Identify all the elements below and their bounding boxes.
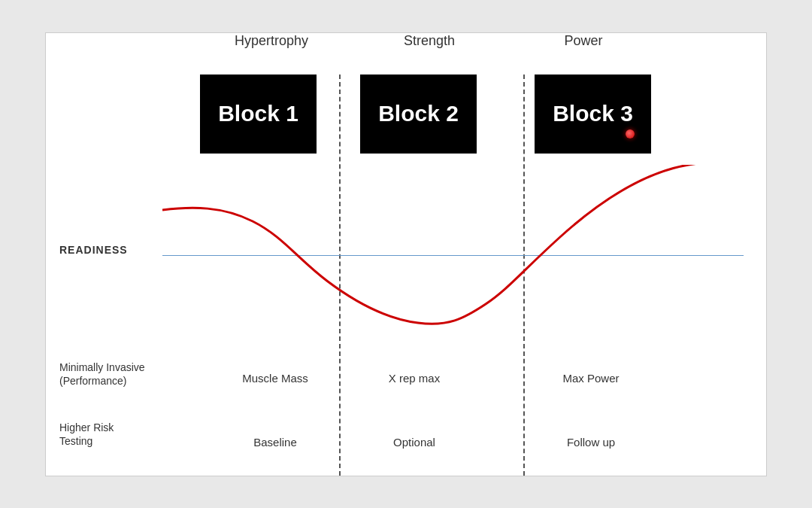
col-header-hypertrophy: Hypertrophy <box>204 33 339 49</box>
muscle-mass-cell: Muscle Mass <box>219 372 332 385</box>
higher-risk-label: Higher RiskTesting <box>59 421 165 448</box>
block3-label: Block 3 <box>553 101 633 126</box>
block1-image: Block 1 <box>200 75 317 154</box>
block3-image: Block 3 <box>535 75 651 154</box>
performance-curve-chart <box>162 165 749 353</box>
block1-label: Block 1 <box>218 101 298 126</box>
max-power-cell: Max Power <box>535 372 647 385</box>
block2-image: Block 2 <box>360 75 477 154</box>
col-header-strength: Strength <box>362 33 497 49</box>
minimally-invasive-label: Minimally Invasive(Performance) <box>59 360 165 388</box>
x-rep-max-cell: X rep max <box>358 372 471 385</box>
optional-cell: Optional <box>358 436 471 449</box>
red-dot-icon <box>626 129 635 138</box>
block2-label: Block 2 <box>378 101 459 126</box>
slide: Hypertrophy Strength Power Block 1 Block… <box>45 32 767 476</box>
col-header-power: Power <box>535 33 632 49</box>
follow-up-cell: Follow up <box>535 436 647 449</box>
baseline-cell: Baseline <box>219 436 332 449</box>
readiness-label: READINESS <box>59 244 128 256</box>
